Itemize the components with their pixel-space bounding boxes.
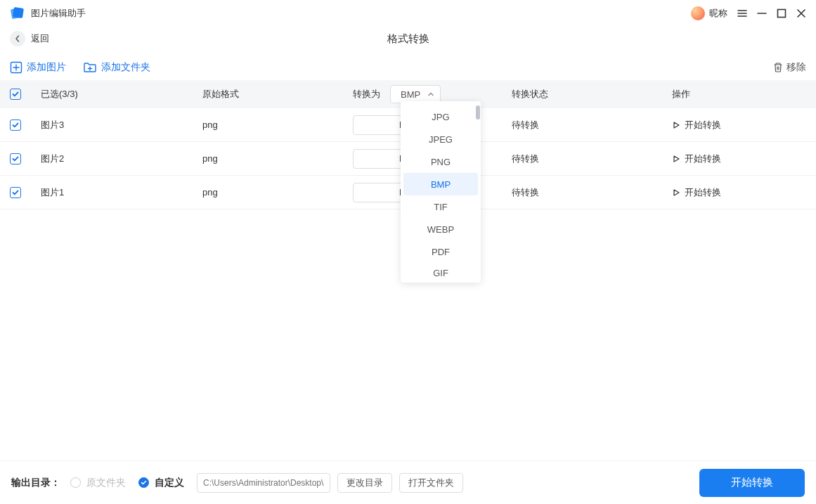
remove-label: 移除	[786, 61, 806, 74]
avatar[interactable]	[691, 6, 705, 20]
row-status: 待转换	[512, 153, 672, 165]
dropdown-scrollbar[interactable]	[476, 105, 480, 119]
radio-original-folder[interactable]	[70, 477, 81, 488]
dropdown-option[interactable]: BMP	[403, 173, 478, 195]
remove-button[interactable]: 移除	[772, 61, 806, 74]
dropdown-option[interactable]: PDF	[403, 240, 478, 263]
dropdown-option[interactable]: PNG	[403, 150, 478, 173]
change-dir-button[interactable]: 更改目录	[337, 473, 392, 493]
add-image-label: 添加图片	[27, 61, 66, 74]
trash-icon	[772, 62, 784, 73]
output-path-input[interactable]	[197, 473, 330, 493]
start-convert-button[interactable]: 开始转换	[699, 469, 805, 497]
back-button[interactable]	[10, 31, 25, 46]
row-action-label: 开始转换	[685, 186, 721, 199]
row-action-label: 开始转换	[685, 119, 721, 131]
add-folder-icon	[83, 61, 97, 74]
play-icon	[672, 188, 680, 197]
row-checkbox[interactable]	[10, 119, 21, 131]
row-orig-format: png	[202, 187, 353, 198]
row-name: 图片3	[41, 119, 202, 131]
add-image-icon	[10, 61, 22, 74]
row-start-button[interactable]: 开始转换	[672, 186, 806, 199]
col-selected-label: 已选(3/3)	[41, 88, 202, 101]
app-title: 图片编辑助手	[31, 7, 86, 20]
play-icon	[672, 121, 680, 129]
page-title: 格式转换	[387, 32, 429, 46]
dropdown-option[interactable]: JPEG	[403, 128, 478, 150]
row-status: 待转换	[512, 119, 672, 131]
add-folder-label: 添加文件夹	[101, 61, 150, 74]
radio-custom-label: 自定义	[155, 477, 184, 489]
row-checkbox[interactable]	[10, 187, 21, 198]
dropdown-option[interactable]: WEBP	[403, 218, 478, 240]
nickname-label[interactable]: 昵称	[709, 7, 727, 20]
row-orig-format: png	[202, 153, 353, 164]
row-action-label: 开始转换	[685, 153, 721, 165]
row-checkbox[interactable]	[10, 153, 21, 164]
row-start-button[interactable]: 开始转换	[672, 153, 806, 165]
app-icon	[10, 6, 25, 21]
svg-rect-2	[778, 10, 786, 18]
col-orig-format-label: 原始格式	[202, 88, 353, 101]
close-icon[interactable]	[796, 8, 806, 18]
play-icon	[672, 155, 680, 163]
open-folder-button[interactable]: 打开文件夹	[399, 473, 463, 493]
row-status: 待转换	[512, 186, 672, 199]
dropdown-option[interactable]: JPG	[403, 105, 478, 128]
radio-original-label: 原文件夹	[86, 477, 126, 489]
col-action-label: 操作	[672, 88, 806, 101]
select-all-checkbox[interactable]	[10, 89, 21, 100]
header-format-value: BMP	[401, 89, 420, 100]
radio-custom-folder[interactable]	[138, 477, 149, 488]
svg-rect-1	[13, 7, 24, 18]
row-orig-format: png	[202, 119, 353, 130]
col-status-label: 转换状态	[512, 88, 672, 101]
row-name: 图片2	[41, 153, 202, 165]
row-start-button[interactable]: 开始转换	[672, 119, 806, 131]
dropdown-option[interactable]: GIF	[403, 263, 478, 278]
add-folder-button[interactable]: 添加文件夹	[83, 61, 150, 74]
chevron-up-icon	[427, 91, 434, 98]
back-label: 返回	[31, 32, 49, 45]
col-convert-label: 转换为	[353, 88, 380, 101]
minimize-icon[interactable]	[757, 8, 767, 18]
output-dir-label: 输出目录：	[11, 477, 60, 489]
dropdown-option[interactable]: TIF	[403, 195, 478, 218]
maximize-icon[interactable]	[777, 8, 786, 18]
add-image-button[interactable]: 添加图片	[10, 61, 66, 74]
menu-icon[interactable]	[737, 8, 747, 18]
format-dropdown[interactable]: JPGJPEGPNGBMPTIFWEBPPDFGIF	[401, 101, 481, 283]
row-name: 图片1	[41, 186, 202, 199]
